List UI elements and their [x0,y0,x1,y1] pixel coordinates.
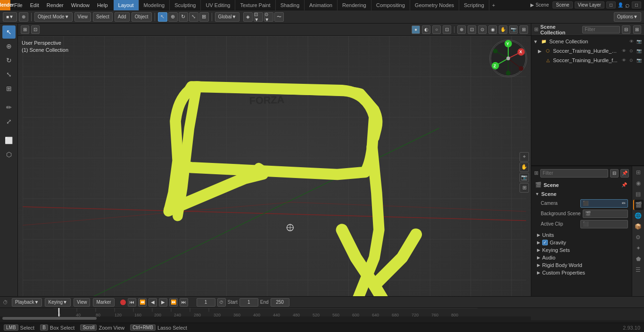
scene-section-pin[interactable]: 📌 [620,181,628,189]
vp-overlay-btn[interactable]: ⊕ [457,25,466,34]
playback-menu[interactable]: Playback ▼ [12,298,42,307]
object-menu[interactable]: Object [132,12,152,22]
item2-visibility-icon[interactable]: 👁 [620,57,627,64]
tool-transform[interactable]: ⊞ [2,82,16,95]
gravity-section[interactable]: ▶ ✓ Gravity [533,239,630,246]
timeline-scrollbar[interactable] [2,317,97,320]
move-tool[interactable]: ⊕ [168,12,178,22]
tab-rendering[interactable]: Rendering [338,0,372,10]
tool-scale[interactable]: ⤡ [2,68,16,81]
constraints-tab[interactable]: ☰ [633,265,644,275]
tab-modeling[interactable]: Modeling [139,0,170,10]
global-toggle[interactable]: ⊕ [19,12,28,22]
menu-window[interactable]: Window [67,0,93,10]
tool-measure[interactable]: ⤢ [2,115,16,128]
keying-menu[interactable]: Keying ▼ [45,298,70,307]
active-clip-value[interactable]: ⬛ [580,220,628,228]
record-btn[interactable] [120,300,126,305]
object-mode-dropdown[interactable]: Object Mode ▼ [34,12,73,22]
viewport-3d[interactable]: ⊞ ⊡ ● ◐ ○ ⊡ ⊕ ⊡ ⊙ ◉ ✋ 📷 ⊞ [18,24,531,308]
modifier-tab[interactable]: ⚙ [633,232,644,243]
cursor-tool[interactable]: ↖ [158,12,167,22]
vp-fullscreen-btn[interactable]: ⊡ [31,25,40,34]
output-tab[interactable]: ◉ [633,178,644,188]
props-pin-btn[interactable]: 📌 [620,169,629,178]
tab-shading[interactable]: Shading [276,0,305,10]
new-scene-btn[interactable]: □ [606,1,616,8]
list-item[interactable]: ▶ ⬡ Soccer_Training_Hurdle_Forz... 👁 ⊙ 📷 [531,46,644,56]
add-workspace-tab[interactable]: + [489,2,498,8]
next-keyframe-btn[interactable]: ⏩ [169,298,178,307]
vp-viewport-shading-rendered[interactable]: ○ [432,25,441,34]
units-section[interactable]: ▶ Units [533,231,630,239]
start-frame-input[interactable] [239,298,258,307]
outliner-filter-btn[interactable]: ⊟ [622,25,630,34]
select-menu[interactable]: Select [93,12,113,22]
camera-edit-icon[interactable]: ✏ [622,201,626,206]
item1-select-icon[interactable]: ⊙ [628,48,635,54]
grid-view-btn[interactable]: ⊞ [520,183,529,193]
magnify-btn[interactable]: ⌖ [520,152,529,162]
play-btn[interactable]: ▶ [159,298,167,307]
search-icon-top[interactable]: ⌕ [625,1,630,9]
collection-item[interactable]: ▼ 📁 Scene Collection 👁 📷 [531,37,644,46]
props-search-input[interactable] [540,169,608,178]
end-frame-input[interactable] [271,298,289,307]
rigid-body-world-section[interactable]: ▶ Rigid Body World [533,261,630,269]
item2-select-icon[interactable]: ⊙ [628,57,635,64]
item2-render-icon[interactable]: 📷 [636,57,642,64]
falloff-btn[interactable]: 〜 [274,12,284,22]
marker-menu[interactable]: Marker [93,298,114,307]
tool-move[interactable]: ⊕ [2,40,16,53]
tab-layout[interactable]: Layout [114,0,139,10]
menu-help[interactable]: Help [93,0,112,10]
jump-start-btn[interactable]: ⏮ [128,298,136,307]
tab-texture-paint[interactable]: Texture Paint [235,0,275,10]
item1-render-icon[interactable]: 📷 [636,48,642,54]
menu-render[interactable]: Render [43,0,67,10]
scale-tool[interactable]: ⤡ [189,12,198,22]
tab-scripting[interactable]: Scripting [459,0,489,10]
transform-tool[interactable]: ⊞ [199,12,209,22]
vp-hand-tool-btn[interactable]: ✋ [499,25,507,34]
tool-cursor[interactable]: ↖ [2,25,16,39]
play-reverse-btn[interactable]: ◀ [149,298,157,307]
rotate-tool[interactable]: ↻ [179,12,188,22]
collection-expand-arrow[interactable]: ▼ [533,39,538,44]
view-layer-selector[interactable]: View Layer [575,1,604,8]
particles-tab[interactable]: ✦ [633,243,644,253]
timeline-view-menu[interactable]: View [74,298,91,307]
timeline-ruler[interactable]: 0 40 80 120 160 200 240 280 320 360 400 … [0,308,644,320]
collection-visibility-icon[interactable]: 👁 [628,38,635,45]
tool-extrude[interactable]: ⬡ [2,148,16,161]
tool-add-cube[interactable]: ⬜ [2,134,16,147]
vp-viewport-shading-material[interactable]: ◐ [422,25,430,34]
menu-file[interactable]: File [10,0,26,10]
custom-properties-section[interactable]: ▶ Custom Properties [533,269,630,276]
audio-section[interactable]: ▶ Audio [533,254,630,261]
navigation-gizmo[interactable]: X Y Z [489,40,527,77]
outliner-search[interactable] [582,26,620,33]
current-frame-input[interactable] [197,298,215,307]
list-item[interactable]: △ Soccer_Training_Hurdle_f... 👁 ⊙ 📷 [531,56,644,65]
item1-expand-arrow[interactable]: ▶ [538,49,542,54]
collection-render-icon[interactable]: 📷 [636,38,642,45]
object-tab[interactable]: 📦 [633,221,644,232]
tool-annotate[interactable]: ✏ [2,101,16,114]
gravity-checkbox[interactable]: ✓ [542,240,548,245]
view-menu[interactable]: View [74,12,91,22]
camera-view-btn[interactable]: 📷 [520,173,529,182]
camera-value[interactable]: ⬛ ✏ [580,199,628,208]
vp-xray-btn[interactable]: ⊡ [468,25,476,34]
playback-timing-btn[interactable]: ⏱ [217,298,226,307]
pin-scene-btn[interactable]: □ [632,1,641,8]
add-menu[interactable]: Add [115,12,130,22]
background-scene-value[interactable]: 🎬 [583,210,628,218]
outliner-display-btn[interactable]: ⊞ [633,25,641,34]
pivot-btn[interactable]: ◈ [243,12,253,22]
tab-geometry-nodes[interactable]: Geometry Nodes [410,0,459,10]
blender-logo[interactable]: Blender [0,0,10,10]
scene-section-header[interactable]: 🎬 Scene 📌 [533,180,630,190]
scene-tab[interactable]: 🎬 [633,200,644,210]
scene-subsection-header[interactable]: ▼ Scene [533,190,630,198]
